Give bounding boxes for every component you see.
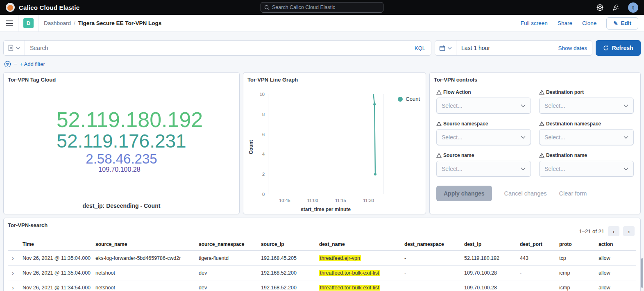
controls-title: Tor-VPN controls (434, 77, 636, 83)
cell-dest_name: threatfeed.tor-bulk-exit-list (319, 270, 404, 276)
control-field-label: Destination namespace (546, 121, 601, 127)
global-search-input[interactable]: Search Calico Cloud Elastic (261, 2, 383, 13)
control-field-label: Flow Action (443, 89, 471, 95)
column-header-source_namespace: source_namespace (199, 241, 261, 247)
chevron-down-icon (521, 167, 526, 171)
filter-icon[interactable] (4, 61, 11, 68)
cell-dest_namespace: - (404, 270, 464, 276)
prev-page-button[interactable]: ‹ (608, 226, 619, 236)
chevron-down-icon (521, 136, 526, 139)
row-expand-button[interactable]: › (8, 284, 23, 291)
help-icon[interactable] (596, 4, 604, 11)
clear-form-button[interactable]: Clear form (559, 190, 587, 197)
cell-source_name: netshoot (95, 270, 199, 276)
control-select[interactable]: Select... (539, 161, 634, 177)
chevron-down-icon (624, 104, 628, 107)
table-header: Timesource_namesource_namespacesource_ip… (8, 241, 636, 251)
table-body: ›Nov 26, 2021 @ 11:35:04.000eks-log-forw… (8, 251, 636, 291)
search-table-panel: Tor-VPN-search 1–21 of 21 ‹ › Timesource… (3, 218, 641, 291)
cell-source_ip: 192.168.45.205 (261, 255, 319, 261)
user-avatar[interactable]: t (628, 2, 638, 13)
share-button[interactable]: Share (558, 20, 572, 26)
dashboard-badge: D (23, 18, 34, 28)
cell-dest_ip: 52.119.180.192 (464, 255, 520, 261)
control-select[interactable]: Select... (539, 129, 634, 146)
tag-cloud-term[interactable]: 109.70.100.28 (98, 166, 140, 173)
date-quick-select-button[interactable] (435, 41, 456, 55)
menu-icon[interactable] (6, 20, 13, 26)
cell-dest_namespace: - (404, 255, 464, 261)
controls-grid: Flow Action Select... Destination port S… (434, 89, 636, 201)
page-title: Tigera Secure EE Tor-VPN Logs (78, 20, 162, 26)
vertical-scrollbar[interactable] (641, 258, 643, 288)
next-page-button[interactable]: › (623, 226, 635, 236)
control-field-label: Destination name (546, 152, 587, 158)
search-table-title: Tor-VPN-search (8, 222, 636, 228)
control-select-placeholder: Select... (544, 102, 565, 109)
control-select[interactable]: Select... (436, 161, 531, 177)
control-select[interactable]: Select... (539, 98, 634, 114)
search-input[interactable]: Search (30, 45, 48, 51)
add-filter-button[interactable]: + Add filter (20, 61, 45, 67)
row-expand-button[interactable]: › (8, 255, 23, 261)
count-line (373, 94, 375, 174)
show-dates-button[interactable]: Show dates (558, 45, 587, 51)
control-select-placeholder: Select... (442, 166, 463, 172)
line-chart: Count start_time per minute Count 024681… (247, 84, 422, 213)
chevron-down-icon (624, 136, 628, 139)
cell-time: Nov 26, 2021 @ 11:35:04.000 (23, 270, 95, 276)
control-field-label: Source namespace (443, 121, 488, 127)
refresh-button[interactable]: Refresh (596, 40, 641, 56)
column-header-source_ip: source_ip (261, 241, 319, 247)
full-screen-button[interactable]: Full screen (521, 20, 548, 26)
filter-divider (14, 64, 17, 64)
warning-triangle-icon (436, 90, 442, 95)
saved-query-menu-button[interactable] (4, 41, 25, 55)
breadcrumb-dashboard-link[interactable]: Dashboard (44, 20, 71, 26)
control-field: Destination port Select... (539, 89, 634, 114)
chevron-down-icon (624, 167, 628, 171)
apply-changes-button[interactable]: Apply changes (436, 186, 492, 201)
kql-query-bar: Search KQL (3, 40, 431, 56)
column-header-action: action (599, 241, 636, 247)
control-field-label: Source name (443, 152, 474, 158)
warning-triangle-icon (436, 121, 442, 126)
cell-dest_port: - (520, 270, 559, 276)
tag-cloud-term[interactable]: 52.119.176.231 (57, 131, 186, 152)
cell-source_ip: 192.168.52.200 (261, 285, 319, 291)
row-expand-button[interactable]: › (8, 269, 23, 276)
pencil-icon: ✎ (613, 20, 618, 27)
cell-dest_ip: 109.70.100.28 (464, 270, 520, 276)
control-select[interactable]: Select... (436, 129, 531, 146)
cell-proto: tcp (559, 255, 599, 261)
chevron-down-icon (521, 104, 526, 107)
tag-cloud-title: Tor-VPN Tag Cloud (8, 77, 235, 83)
edit-button[interactable]: ✎ Edit (606, 17, 638, 30)
cell-proto: icmp (559, 270, 599, 276)
cell-time: Nov 26, 2021 @ 11:35:04.000 (23, 255, 95, 261)
calico-logo-icon (6, 3, 15, 12)
control-select[interactable]: Select... (436, 98, 531, 114)
control-select-placeholder: Select... (544, 134, 565, 141)
clone-button[interactable]: Clone (582, 20, 596, 26)
search-icon (264, 5, 270, 10)
legend-label: Count (406, 96, 420, 102)
cell-time: Nov 26, 2021 @ 11:34:54.000 (23, 285, 95, 291)
x-axis-label: start_time per minute (268, 207, 383, 212)
pagination-label: 1–21 of 21 (579, 228, 604, 234)
cell-dest_port: 443 (520, 255, 559, 261)
newsfeed-party-popper-icon[interactable] (612, 4, 620, 11)
cancel-changes-button[interactable]: Cancel changes (504, 190, 547, 197)
app-title: Calico Cloud Elastic (19, 4, 79, 11)
calendar-icon (439, 45, 445, 51)
cell-dest_name: threatfeed.tor-bulk-exit-list (319, 285, 404, 291)
tag-cloud-term[interactable]: 52.119.180.192 (57, 108, 203, 131)
tag-cloud-term[interactable]: 2.58.46.235 (86, 152, 157, 166)
column-header-proto: proto (559, 241, 599, 247)
query-language-button[interactable]: KQL (415, 45, 425, 51)
cell-source_namespace: tigera-fluentd (199, 255, 261, 261)
control-select-placeholder: Select... (544, 166, 565, 172)
chevron-down-icon (447, 47, 452, 50)
time-range-value[interactable]: Last 1 hour (461, 45, 490, 51)
cell-dest_ip: 109.70.100.28 (464, 285, 520, 291)
